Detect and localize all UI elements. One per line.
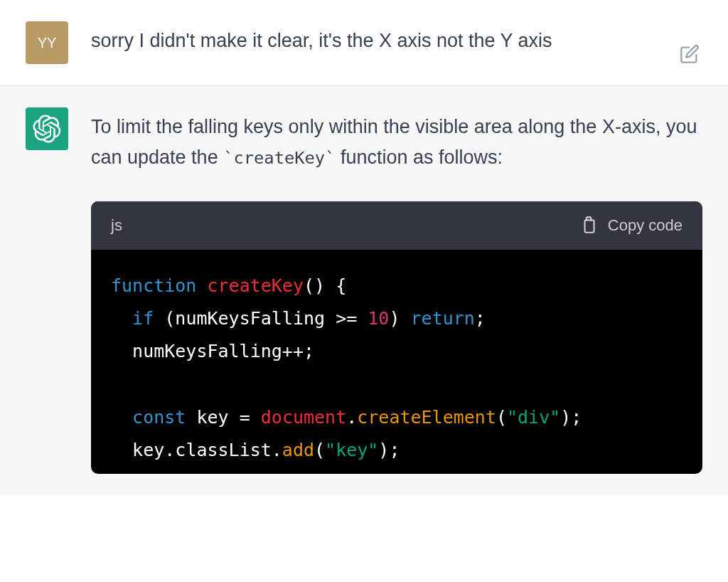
clipboard-icon — [579, 216, 598, 235]
tok-identifier: classList — [175, 440, 271, 460]
tok-punct: ) — [314, 275, 325, 296]
tok-punct: . — [272, 440, 282, 460]
tok-identifier: numKeysFalling — [175, 308, 325, 329]
tok-string: "div" — [507, 407, 560, 428]
tok-punct: ( — [164, 308, 175, 329]
tok-call: add — [282, 440, 314, 460]
tok-operator: = — [240, 407, 250, 428]
tok-string: "key" — [325, 440, 378, 460]
tok-keyword: const — [132, 407, 186, 428]
tok-punct: ) — [560, 407, 571, 428]
tok-identifier: numKeysFalling++; — [132, 341, 314, 361]
user-message-row: YY sorry I didn't make it clear, it's th… — [0, 0, 728, 86]
code-language-label: js — [111, 213, 122, 238]
tok-keyword: function — [111, 275, 196, 296]
assistant-message-content: To limit the falling keys only within th… — [91, 107, 702, 474]
openai-logo-icon — [33, 115, 61, 143]
user-message-text: sorry I didn't make it clear, it's the X… — [91, 26, 702, 56]
tok-call: createElement — [357, 407, 496, 428]
tok-operator: >= — [336, 308, 357, 329]
svg-rect-0 — [584, 220, 594, 232]
tok-punct: ( — [314, 440, 325, 460]
tok-punct: ) — [378, 440, 389, 460]
tok-identifier: document — [261, 407, 346, 428]
code-block: js Copy code function createKey() { if (… — [91, 201, 702, 474]
assistant-message-paragraph: To limit the falling keys only within th… — [91, 112, 702, 173]
code-block-header: js Copy code — [91, 201, 702, 249]
tok-punct: ; — [389, 440, 400, 460]
tok-punct: ( — [496, 407, 507, 428]
user-avatar-initials: YY — [38, 35, 57, 51]
assistant-text-after: function as follows: — [335, 147, 503, 168]
user-message-content: sorry I didn't make it clear, it's the X… — [91, 21, 702, 64]
inline-code: `createKey` — [223, 148, 335, 168]
tok-identifier: key — [196, 407, 228, 428]
inline-code-text: createKey — [233, 148, 325, 168]
tok-keyword: return — [411, 308, 475, 329]
edit-icon — [680, 44, 700, 64]
tok-punct: ; — [475, 308, 486, 329]
tok-punct: { — [336, 275, 346, 296]
tok-punct: ; — [571, 407, 582, 428]
edit-button[interactable] — [680, 44, 700, 64]
assistant-message-row: To limit the falling keys only within th… — [0, 86, 728, 495]
tok-function-name: createKey — [207, 275, 303, 296]
tok-punct: . — [346, 407, 357, 428]
tok-punct: ( — [304, 275, 314, 296]
assistant-avatar — [26, 107, 68, 150]
tok-punct: ) — [389, 308, 400, 329]
tok-keyword: if — [132, 308, 154, 329]
user-avatar: YY — [26, 21, 68, 64]
tok-punct: . — [164, 440, 175, 460]
copy-code-label: Copy code — [608, 213, 682, 238]
copy-code-button[interactable]: Copy code — [579, 213, 682, 238]
tok-number: 10 — [368, 308, 389, 329]
tok-identifier: key — [132, 440, 164, 460]
code-content[interactable]: function createKey() { if (numKeysFallin… — [91, 250, 702, 475]
